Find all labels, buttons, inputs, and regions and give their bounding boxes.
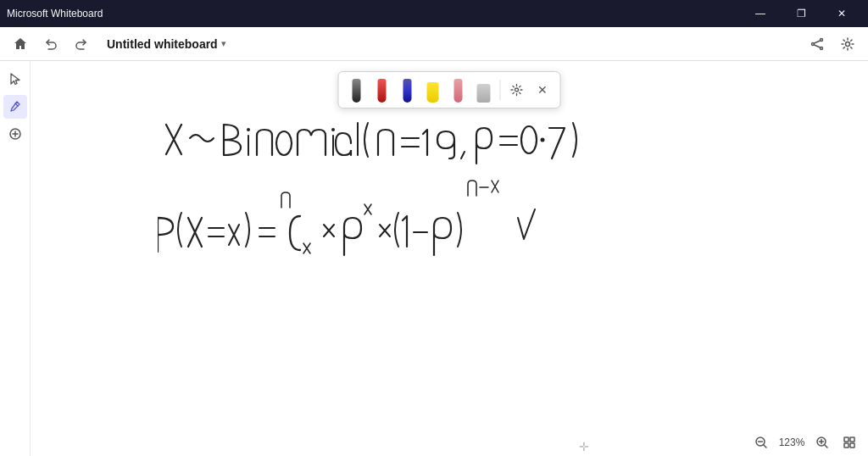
svg-line-4 <box>815 45 821 47</box>
pink-pen-button[interactable] <box>448 75 470 104</box>
select-tool-button[interactable] <box>3 68 27 92</box>
svg-point-5 <box>846 42 850 46</box>
close-button[interactable]: ✕ <box>822 0 861 27</box>
canvas-crosshair: ✛ <box>580 442 588 451</box>
zoom-out-button[interactable] <box>749 431 773 454</box>
zoom-level-label: 123% <box>776 437 807 448</box>
yellow-highlighter-button[interactable] <box>422 75 444 104</box>
fit-screen-button[interactable] <box>837 431 861 454</box>
settings-button[interactable] <box>834 31 861 58</box>
add-button[interactable] <box>3 122 27 146</box>
svg-point-12 <box>276 131 292 155</box>
minimize-button[interactable]: — <box>741 0 780 27</box>
svg-point-13 <box>331 128 335 131</box>
blue-pen-button[interactable] <box>397 75 419 104</box>
title-area[interactable]: Untitled whiteboard ▾ <box>102 34 231 54</box>
status-bar: 123% <box>743 429 868 456</box>
svg-rect-35 <box>844 443 849 448</box>
palette-settings-button[interactable] <box>506 79 528 101</box>
share-button[interactable] <box>804 31 831 58</box>
svg-line-27 <box>764 445 767 448</box>
red-pen-button[interactable] <box>371 75 393 104</box>
svg-point-19 <box>541 138 545 142</box>
svg-line-30 <box>825 445 828 448</box>
zoom-in-button[interactable] <box>810 431 834 454</box>
undo-button[interactable] <box>37 31 64 58</box>
title-bar: Microsoft Whiteboard — ❐ ✕ <box>0 0 868 27</box>
whiteboard-equations <box>158 108 768 294</box>
sidebar <box>0 61 31 456</box>
black-pen-button[interactable] <box>346 75 368 104</box>
redo-button[interactable] <box>68 31 95 58</box>
svg-rect-34 <box>850 437 854 442</box>
app-title: Microsoft Whiteboard <box>7 8 103 19</box>
title-bar-left: Microsoft Whiteboard <box>7 8 103 19</box>
eraser-button[interactable] <box>473 75 495 104</box>
menu-right <box>804 31 861 58</box>
palette-close-button[interactable]: ✕ <box>531 79 554 101</box>
main-area: ✕ <box>0 61 868 456</box>
svg-point-11 <box>247 128 250 131</box>
whiteboard-title: Untitled whiteboard <box>107 37 218 51</box>
home-button[interactable] <box>7 31 34 58</box>
title-dropdown-icon: ▾ <box>221 38 226 49</box>
canvas-area[interactable]: ✕ <box>31 61 868 456</box>
menu-bar: Untitled whiteboard ▾ <box>0 27 868 61</box>
restore-button[interactable]: ❐ <box>782 0 821 27</box>
title-bar-right: — ❐ ✕ <box>741 0 861 27</box>
palette-toolbar: ✕ <box>338 71 561 108</box>
palette-divider <box>500 80 501 100</box>
svg-line-3 <box>815 41 821 43</box>
svg-point-10 <box>515 88 519 92</box>
svg-rect-33 <box>844 437 849 442</box>
pen-tool-button[interactable] <box>3 95 27 119</box>
svg-point-18 <box>521 126 537 153</box>
svg-line-6 <box>15 103 18 106</box>
svg-rect-36 <box>850 443 854 448</box>
